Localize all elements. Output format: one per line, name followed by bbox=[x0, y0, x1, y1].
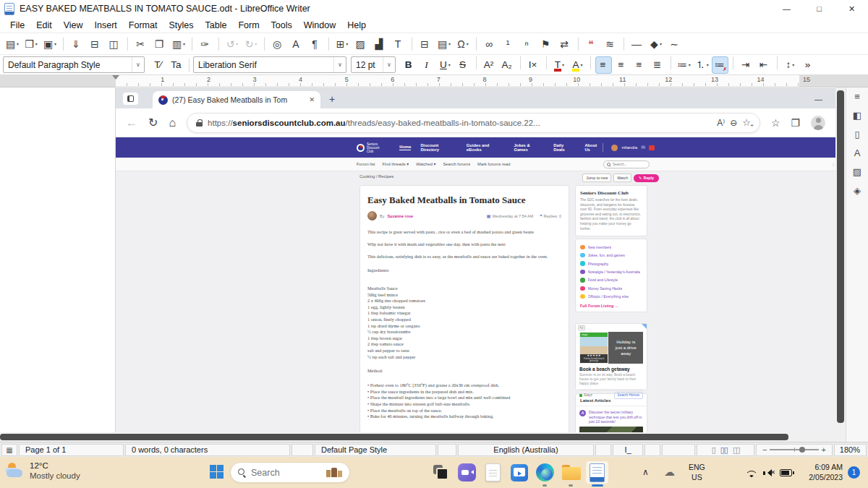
word-count-field[interactable]: 0 words, 0 characters bbox=[125, 444, 290, 456]
bookmark-button[interactable]: ⚑ bbox=[537, 35, 555, 53]
basic-shapes-button[interactable]: ◆▾ bbox=[647, 35, 665, 53]
font-color-button[interactable]: T▾ bbox=[551, 56, 568, 74]
new-document-button[interactable]: ▤▾ bbox=[4, 35, 21, 53]
insert-textbox-button[interactable]: T bbox=[390, 35, 407, 53]
save-button[interactable]: ▣▾ bbox=[41, 35, 59, 53]
redo-button[interactable]: ↻▾ bbox=[242, 35, 260, 53]
menu-insert[interactable]: Insert bbox=[89, 19, 123, 32]
align-left-button[interactable]: ≡ bbox=[595, 56, 612, 74]
superscript-button[interactable]: A² bbox=[481, 56, 498, 74]
font-size-select[interactable]: 12 pt ∨ bbox=[351, 56, 396, 73]
indent-marker[interactable] bbox=[112, 75, 119, 80]
justify-button[interactable]: ≣ bbox=[650, 56, 666, 74]
save-status-icon[interactable]: ▦ bbox=[1, 444, 17, 456]
notepad-button[interactable] bbox=[482, 461, 504, 484]
clone-formatting-button[interactable]: ✑ bbox=[197, 35, 214, 53]
start-button[interactable] bbox=[210, 465, 224, 479]
bullet-list-button[interactable]: ≔▾ bbox=[676, 56, 692, 74]
embedded-browser-screenshot-image[interactable]: (27) Easy Baked Meatballs in Tom ✕ + — ←… bbox=[116, 89, 835, 432]
formatting-marks-button[interactable]: ¶ bbox=[307, 35, 324, 53]
menu-tools[interactable]: Tools bbox=[265, 19, 298, 32]
spelling-button[interactable]: A bbox=[288, 35, 305, 53]
horizontal-ruler[interactable]: 123456789101112131415 bbox=[0, 75, 868, 87]
weather-widget[interactable]: 12°CMostly cloudy bbox=[6, 461, 80, 481]
chevron-down-icon[interactable]: ∨ bbox=[333, 57, 346, 72]
cut-button[interactable]: ✂ bbox=[132, 35, 150, 53]
menu-view[interactable]: View bbox=[58, 19, 89, 32]
no-list-button[interactable]: ≔✗ bbox=[712, 56, 728, 74]
book-view-icon[interactable]: ◫ bbox=[733, 445, 739, 455]
properties-deck-icon[interactable]: ◧ bbox=[853, 111, 861, 120]
bold-button[interactable]: B bbox=[401, 56, 417, 74]
open-button[interactable]: ❒▾ bbox=[22, 35, 40, 53]
more-options-button[interactable]: » bbox=[800, 56, 817, 74]
gallery-deck-icon[interactable]: ▨ bbox=[853, 167, 861, 176]
subscript-button[interactable]: A₂ bbox=[499, 56, 516, 74]
undo-button[interactable]: ↺▾ bbox=[224, 35, 241, 53]
footnote-button[interactable]: ¹ bbox=[500, 35, 517, 53]
special-character-button[interactable]: Ω▾ bbox=[454, 35, 472, 53]
battery-icon[interactable] bbox=[780, 469, 792, 476]
hscroll-thumb[interactable] bbox=[0, 434, 788, 440]
page-style-field[interactable]: Default Page Style bbox=[315, 444, 436, 456]
chevron-down-icon[interactable]: ∨ bbox=[383, 57, 395, 72]
zoom-out-control[interactable]: − bbox=[762, 445, 767, 454]
insert-table-button[interactable]: ⊞▾ bbox=[333, 35, 351, 53]
menu-help[interactable]: Help bbox=[341, 19, 372, 32]
track-changes-button[interactable]: ≋ bbox=[602, 35, 619, 53]
language-indicator[interactable]: ENGUS bbox=[689, 462, 705, 482]
language-field[interactable]: English (Australia) bbox=[458, 444, 594, 456]
onedrive-icon[interactable]: ☁ bbox=[664, 466, 675, 479]
volume-muted-icon[interactable]: ✕ bbox=[763, 468, 775, 477]
page-deck-icon[interactable]: ▯ bbox=[854, 129, 859, 139]
insert-comment-button[interactable]: ❝ bbox=[583, 35, 600, 53]
close-button[interactable]: ✕ bbox=[835, 0, 868, 17]
zoom-level-field[interactable]: 180% bbox=[834, 444, 867, 456]
menu-form[interactable]: Form bbox=[232, 19, 265, 32]
paste-button[interactable]: ▥▾ bbox=[170, 35, 187, 53]
zoom-knob[interactable] bbox=[799, 447, 805, 453]
sidebar-settings-icon[interactable]: ≡ bbox=[854, 92, 860, 101]
italic-button[interactable]: I bbox=[419, 56, 435, 74]
search-input[interactable] bbox=[251, 468, 313, 478]
print-preview-button[interactable]: ◫ bbox=[106, 35, 123, 53]
teams-chat-button[interactable] bbox=[456, 461, 478, 484]
clear-formatting-button[interactable]: I× bbox=[525, 56, 542, 74]
hyperlink-button[interactable]: ∞ bbox=[481, 35, 498, 53]
multi-page-view-icon[interactable]: ▯▯ bbox=[720, 445, 728, 455]
freeform-line-button[interactable]: ∼ bbox=[666, 35, 684, 53]
insert-line-button[interactable]: — bbox=[629, 35, 646, 53]
cross-reference-button[interactable]: ⇄ bbox=[556, 35, 574, 53]
horizontal-scrollbar[interactable] bbox=[0, 432, 835, 442]
task-view-button[interactable] bbox=[430, 461, 452, 484]
new-style-button[interactable]: Ta bbox=[168, 56, 184, 74]
single-page-view-icon[interactable]: ▯ bbox=[712, 445, 715, 455]
menu-edit[interactable]: Edit bbox=[30, 19, 58, 32]
file-explorer-button[interactable] bbox=[560, 461, 582, 484]
chevron-down-icon[interactable]: ∨ bbox=[132, 57, 144, 72]
find-replace-button[interactable]: ◎ bbox=[269, 35, 286, 53]
clock[interactable]: 6:09 AM2/05/2023 bbox=[798, 462, 843, 482]
navigator-deck-icon[interactable]: ◈ bbox=[854, 186, 861, 195]
vertical-scrollbar[interactable] bbox=[835, 87, 846, 442]
menu-file[interactable]: File bbox=[4, 19, 30, 32]
vscroll-thumb[interactable] bbox=[837, 90, 844, 423]
font-name-select[interactable]: Liberation Serif ∨ bbox=[193, 56, 346, 73]
tray-chevron-icon[interactable]: ∧ bbox=[642, 467, 649, 477]
menu-window[interactable]: Window bbox=[298, 19, 341, 32]
line-spacing-button[interactable]: ↕▾ bbox=[782, 56, 799, 74]
zoom-in-control[interactable]: + bbox=[822, 445, 826, 454]
notification-badge[interactable]: 1 bbox=[848, 466, 860, 479]
copy-button[interactable]: ❐ bbox=[151, 35, 169, 53]
taskbar-search[interactable] bbox=[230, 462, 350, 483]
page-count-field[interactable]: Page 1 of 1 bbox=[19, 444, 124, 456]
decrease-indent-button[interactable]: ⇤ bbox=[756, 56, 773, 74]
writer-taskbar-button[interactable] bbox=[586, 461, 608, 484]
export-pdf-button[interactable]: ⇓ bbox=[68, 35, 85, 53]
increase-indent-button[interactable]: ⇥ bbox=[738, 56, 754, 74]
align-center-button[interactable]: ≡ bbox=[613, 56, 630, 74]
align-right-button[interactable]: ≡ bbox=[631, 56, 648, 74]
menu-format[interactable]: Format bbox=[123, 19, 163, 32]
page-break-button[interactable]: ⊟ bbox=[417, 35, 434, 53]
strikethrough-button[interactable]: S bbox=[455, 56, 472, 74]
